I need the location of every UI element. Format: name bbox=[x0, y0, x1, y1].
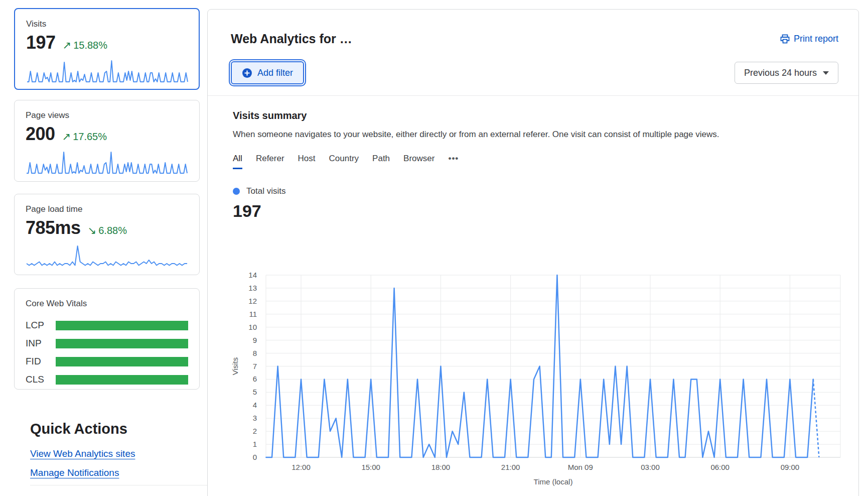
cwv-bar-green bbox=[56, 321, 188, 330]
axis-label: 13 bbox=[248, 284, 257, 292]
cwv-row-cls: CLS bbox=[26, 374, 188, 385]
metric-trend: ↗17.65% bbox=[62, 131, 107, 143]
axis-label: 7 bbox=[253, 362, 257, 370]
metric-card-title: Page load time bbox=[26, 204, 188, 214]
tab-more-icon[interactable]: ••• bbox=[448, 154, 459, 169]
trend-down-icon: ↘ bbox=[88, 224, 97, 236]
axis-label: 06:00 bbox=[710, 463, 730, 471]
axis-label: Mon 09 bbox=[568, 463, 593, 471]
cwv-row-inp: INP bbox=[26, 338, 188, 349]
cwv-bar-green bbox=[56, 339, 188, 348]
axis-label: 4 bbox=[253, 401, 257, 409]
axis-label: 12:00 bbox=[292, 463, 311, 471]
tab-browser[interactable]: Browser bbox=[403, 154, 435, 169]
axis-label: 0 bbox=[253, 453, 257, 461]
legend-label: Total visits bbox=[246, 186, 285, 196]
metric-card-title: Page views bbox=[26, 110, 188, 120]
axis-label: 1 bbox=[253, 440, 257, 448]
metric-trend: ↗15.88% bbox=[63, 39, 107, 51]
cwv-bar-green bbox=[56, 375, 188, 385]
axis-label: 2 bbox=[253, 427, 257, 435]
page-title: Web Analytics for … bbox=[231, 32, 352, 46]
core-web-vitals-title: Core Web Vitals bbox=[26, 299, 188, 309]
axis-label: 10 bbox=[248, 323, 257, 331]
core-web-vitals-card: Core Web Vitals LCP INP FID CLS bbox=[14, 288, 200, 390]
x-axis-title: Time (local) bbox=[534, 477, 573, 486]
total-visits-value: 197 bbox=[233, 201, 838, 221]
cwv-bar-green bbox=[56, 357, 188, 366]
metric-value: 785ms bbox=[26, 217, 81, 238]
manage-notifications-link[interactable]: Manage Notifications bbox=[30, 467, 119, 478]
dimension-tabs: All Referer Host Country Path Browser ••… bbox=[233, 154, 838, 169]
axis-label: 12 bbox=[248, 297, 257, 305]
add-filter-button[interactable]: Add filter bbox=[231, 61, 304, 84]
chevron-down-icon bbox=[823, 71, 829, 75]
cwv-row-fid: FID bbox=[26, 356, 188, 367]
axis-label: 8 bbox=[253, 349, 257, 357]
time-range-dropdown[interactable]: Previous 24 hours bbox=[735, 62, 838, 84]
printer-icon bbox=[780, 34, 790, 44]
page-load-time-sparkline bbox=[26, 243, 188, 269]
metric-card-title: Visits bbox=[26, 19, 188, 29]
axis-label: 3 bbox=[253, 414, 257, 422]
metric-value: 200 bbox=[26, 123, 55, 145]
cwv-label: FID bbox=[26, 356, 56, 367]
visits-summary-section: Visits summary When someone navigates to… bbox=[208, 96, 858, 221]
axis-label: 14 bbox=[248, 271, 257, 279]
axis-label: 21:00 bbox=[501, 463, 520, 471]
axis-label: 5 bbox=[253, 388, 257, 396]
page-views-sparkline bbox=[26, 150, 188, 175]
metric-card-page-load-time[interactable]: Page load time 785ms ↘6.88% bbox=[14, 194, 200, 275]
web-analytics-dashboard: Visits 197 ↗15.88% Page views 200 ↗17.65… bbox=[0, 0, 868, 496]
metric-value: 197 bbox=[26, 32, 56, 53]
axis-label: 9 bbox=[253, 336, 257, 344]
axis-label: 03:00 bbox=[641, 463, 660, 471]
axis-label: 18:00 bbox=[431, 463, 451, 471]
sidebar-divider bbox=[30, 485, 211, 485]
tab-referer[interactable]: Referer bbox=[256, 154, 284, 169]
cwv-row-lcp: LCP bbox=[26, 320, 188, 331]
axis-label: 15:00 bbox=[361, 463, 380, 471]
visits-line-chart: 0123456789101112131412:0015:0018:0021:00… bbox=[211, 240, 853, 493]
tab-path[interactable]: Path bbox=[372, 154, 390, 169]
cwv-label: INP bbox=[26, 338, 56, 349]
section-title: Visits summary bbox=[233, 110, 838, 121]
quick-actions: Quick Actions View Web Analytics sites M… bbox=[30, 421, 214, 478]
panel-header: Web Analytics for … Print report bbox=[208, 10, 858, 96]
trend-up-icon: ↗ bbox=[62, 131, 71, 142]
chart-legend: Total visits bbox=[233, 186, 838, 196]
view-web-analytics-sites-link[interactable]: View Web Analytics sites bbox=[30, 448, 135, 459]
quick-actions-title: Quick Actions bbox=[30, 421, 214, 437]
metric-card-visits[interactable]: Visits 197 ↗15.88% bbox=[14, 8, 200, 90]
trend-up-icon: ↗ bbox=[63, 39, 72, 51]
tab-host[interactable]: Host bbox=[298, 154, 316, 169]
axis-label: 6 bbox=[253, 375, 257, 383]
axis-label: 09:00 bbox=[781, 463, 800, 471]
y-axis-title: Visits bbox=[231, 357, 239, 376]
metric-card-page-views[interactable]: Page views 200 ↗17.65% bbox=[14, 100, 200, 182]
plus-circle-icon bbox=[242, 68, 252, 78]
section-description: When someone navigates to your website, … bbox=[233, 130, 838, 140]
legend-dot-icon bbox=[233, 188, 240, 195]
print-report-link[interactable]: Print report bbox=[780, 34, 838, 44]
visits-sparkline bbox=[26, 58, 189, 83]
tab-country[interactable]: Country bbox=[329, 154, 359, 169]
axis-label: 11 bbox=[249, 310, 257, 318]
metric-trend: ↘6.88% bbox=[88, 224, 127, 236]
cwv-label: CLS bbox=[26, 374, 56, 385]
tab-all[interactable]: All bbox=[233, 154, 242, 169]
cwv-label: LCP bbox=[26, 320, 56, 331]
